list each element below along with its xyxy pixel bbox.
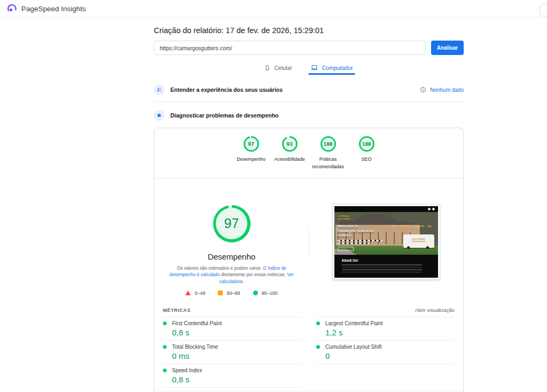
performance-gauge[interactable]: 97 (213, 205, 251, 242)
performance-gauge-pane: 97 Desempenho Os valores são estimados e… (154, 178, 309, 305)
legend-fail-range: 0–49 (194, 291, 205, 296)
experience-section-label: Entender a experiência dos seus usuários (170, 87, 283, 93)
section-diagnose[interactable]: Diagnosticar problemas de desempenho (154, 110, 464, 121)
metric-fcp-name: First Contentful Paint (172, 320, 222, 326)
open-visualization-link[interactable]: Abrir visualização (415, 307, 455, 313)
score-seo[interactable]: 100 SEO (347, 136, 386, 171)
metric-si-value: 0,8 s (172, 375, 301, 384)
metric-cls-name: Cumulative Layout Shift (325, 344, 382, 350)
website-about-section: About Us! (334, 255, 438, 278)
social-icon (428, 208, 431, 210)
page-title: Criação do relatório: 17 de fev. de 2026… (154, 26, 464, 35)
analyze-button[interactable]: Analisar (431, 41, 464, 55)
url-input[interactable] (154, 41, 426, 55)
section-user-experience[interactable]: Entender a experiência dos seus usuários… (154, 84, 464, 95)
legend-fail: 0–49 (185, 291, 205, 296)
website-cta-button (338, 247, 354, 251)
metric-empty-cell (316, 364, 455, 388)
main-content: Criação do relatório: 17 de fev. de 2026… (154, 18, 464, 392)
metrics-grid: First Contentful Paint 0,8 s Total Block… (154, 317, 463, 388)
red-triangle-icon (185, 291, 191, 295)
url-row: Analisar (154, 41, 464, 55)
metric-lcp-value: 1,2 s (325, 328, 455, 337)
lighthouse-report-card: 97 Desempenho 93 Acessibilidade 100 Prát… (154, 128, 464, 392)
score-seo-label: SEO (347, 156, 386, 163)
metrics-heading: MÉTRICAS (163, 308, 191, 313)
score-seo-value: 100 (361, 138, 373, 150)
category-scores: 97 Desempenho 93 Acessibilidade 100 Prát… (154, 128, 463, 178)
score-best-practices-label: Práticas recomendadas (308, 156, 348, 171)
website-topbar (334, 206, 438, 212)
van-decoration (412, 241, 426, 242)
device-tabs: Celular Computador (154, 61, 464, 75)
metric-cls: Cumulative Layout Shift 0 (316, 341, 455, 364)
score-performance-label: Desempenho (231, 156, 271, 163)
score-best-practices-value: 100 (322, 138, 334, 150)
green-dot-icon (163, 322, 167, 325)
laptop-icon (310, 64, 318, 71)
tab-mobile-label: Celular (274, 65, 292, 71)
performance-gauge-label: Desempenho (208, 252, 255, 261)
vertical-divider (309, 228, 309, 258)
van-wheel (426, 246, 429, 249)
phone-icon (264, 64, 270, 72)
screenshot-pane: Camargos GUTTERS HOMEABOUT USSERVICESFAQ… (309, 178, 463, 305)
score-accessibility-label: Acessibilidade (270, 156, 309, 163)
metric-fcp-value: 0,8 s (172, 328, 301, 337)
nav-home: HOME (391, 225, 397, 228)
pagespeed-logo-icon[interactable] (7, 4, 17, 14)
no-data-label: Nenhum dado (430, 87, 464, 93)
users-icon (154, 84, 165, 95)
nav-services: SERVICES (414, 225, 425, 228)
social-icon (432, 208, 435, 210)
score-best-practices[interactable]: 100 Práticas recomendadas (309, 136, 347, 171)
app-title[interactable]: PageSpeed Insights (21, 5, 86, 13)
edge-cutoff-button[interactable] (540, 4, 547, 17)
gauge-section: 97 Desempenho Os valores são estimados e… (154, 178, 463, 305)
van-wheel (407, 246, 410, 249)
legend-pass: 90–100 (253, 291, 278, 296)
section-divider (154, 101, 464, 102)
page-screenshot-thumbnail[interactable]: Camargos GUTTERS HOMEABOUT USSERVICESFAQ… (332, 204, 440, 280)
metric-cls-value: 0 (325, 351, 455, 360)
speedometer-icon (154, 110, 165, 121)
metric-tbt-value: 0 ms (172, 351, 301, 360)
disclaimer-text: Os valores são estimados e podem variar.… (177, 265, 268, 271)
tab-desktop[interactable]: Computador (308, 61, 355, 75)
website-logo: Camargos GUTTERS (338, 214, 350, 221)
legend-pass-range: 90–100 (262, 291, 278, 296)
nav-about: ABOUT US (400, 225, 411, 228)
metric-si: Speed Index 0,8 s (163, 364, 301, 388)
tab-desktop-label: Computador (322, 65, 353, 71)
score-performance-value: 97 (245, 138, 257, 150)
about-heading: About Us! (342, 258, 438, 262)
nav-faq: FAQ (427, 225, 432, 228)
legend-average-range: 50–89 (226, 291, 240, 296)
info-icon (420, 87, 426, 93)
website-mock: Camargos GUTTERS HOMEABOUT USSERVICESFAQ… (334, 206, 438, 278)
performance-gauge-value: 97 (216, 208, 247, 239)
orange-square-icon (218, 291, 223, 295)
green-dot-icon (163, 345, 167, 349)
gauge-disclaimer: Os valores são estimados e podem variar.… (166, 265, 298, 285)
metric-lcp-name: Largest Contentful Paint (325, 320, 382, 326)
green-dot-icon (163, 369, 167, 372)
green-dot-icon (316, 322, 320, 325)
van-label: GUTTERS (403, 238, 434, 241)
score-accessibility[interactable]: 93 Acessibilidade (270, 136, 309, 171)
metrics-header: MÉTRICAS Abrir visualização (154, 305, 463, 315)
diagnose-section-label: Diagnosticar problemas de desempenho (170, 112, 278, 119)
gutters-van: GUTTERS (403, 234, 434, 248)
metric-fcp: First Contentful Paint 0,8 s (163, 317, 301, 341)
tab-mobile[interactable]: Celular (262, 61, 294, 75)
metric-lcp: Largest Contentful Paint 1,2 s (316, 317, 455, 341)
metric-tbt: Total Blocking Time 0 ms (163, 341, 301, 364)
score-performance[interactable]: 97 Desempenho (232, 136, 270, 171)
website-hero: Camargos GUTTERS HOMEABOUT USSERVICESFAQ… (334, 212, 438, 255)
disclaimer-text: diretamente por essas métricas. (220, 272, 287, 277)
green-dot-icon (316, 345, 320, 349)
score-legend: 0–49 50–89 90–100 (185, 291, 277, 296)
website-headline: Welcome to Camargos Seamless Gutters! (338, 224, 384, 238)
no-data-link[interactable]: Nenhum dado (420, 87, 464, 93)
legend-average: 50–89 (218, 291, 240, 296)
